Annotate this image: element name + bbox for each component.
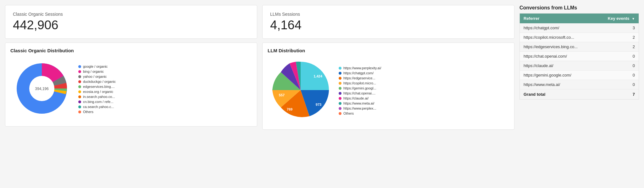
legend-dot [339, 112, 341, 115]
left-column: Classic Organic Sessions 442,906 Classic… [5, 5, 257, 127]
table-row: https://chatgpt.com/3 [520, 23, 639, 33]
legend-dot [78, 80, 81, 83]
middle-column: LLMs Sessions 4,164 LLM Distribution [262, 5, 514, 130]
classic-sessions-card: Classic Organic Sessions 442,906 [5, 5, 257, 39]
sort-arrow-icon[interactable]: ▼ [632, 17, 635, 20]
grand-total-row: Grand total 7 [520, 89, 639, 100]
legend-item: https://chat.openai.... [339, 91, 381, 95]
classic-distribution-card: Classic Organic Distribution [5, 43, 257, 127]
legend-label: https://edgeservice... [343, 76, 375, 80]
table-row: https://copilot.microsoft.co...2 [520, 33, 639, 42]
llm-sessions-label: LLMs Sessions [270, 12, 507, 17]
classic-sessions-value: 442,906 [13, 18, 249, 32]
legend-item: https://www.meta.ai/ [339, 101, 381, 105]
grand-total-label: Grand total [520, 89, 596, 100]
table-row: https://www.meta.ai/0 [520, 80, 639, 89]
llm-sessions-card: LLMs Sessions 4,164 [262, 5, 514, 39]
dashboard: Classic Organic Sessions 442,906 Classic… [5, 5, 639, 130]
legend-item: in.search.yahoo.co... [78, 95, 116, 99]
legend-item: ca.search.yahoo.c... [78, 105, 116, 109]
referrer-cell: https://www.meta.ai/ [520, 80, 596, 89]
legend-dot [78, 70, 81, 73]
legend-item: Others [339, 111, 381, 115]
legend-label: https://chat.openai.... [343, 91, 375, 95]
legend-label: in.search.yahoo.co... [83, 95, 115, 99]
conversions-table: Referrer Key events ▼ https://chatgpt.co… [519, 13, 639, 100]
col-events-label: Key events [608, 16, 630, 21]
legend-dot [339, 87, 341, 90]
legend-item: duckduckgo / organic [78, 80, 116, 83]
llm-chart-title: LLM Distribution [268, 48, 509, 53]
legend-item: https://claude.ai/ [339, 96, 381, 100]
events-cell: 0 [596, 80, 639, 89]
legend-dot [339, 107, 341, 110]
legend-label: https://www.perplex... [343, 106, 376, 110]
legend-label: cn.bing.com / refe... [83, 100, 114, 104]
legend-label: edgeservices.bing.... [83, 85, 115, 88]
legend-item: yahoo / organic [78, 75, 116, 78]
referrer-cell: https://chat.openai.com/ [520, 52, 596, 61]
events-cell: 0 [596, 52, 639, 61]
referrer-cell: https://edgeservices.bing.co... [520, 42, 596, 52]
right-column: Conversions from LLMs Referrer Key event… [519, 5, 639, 100]
legend-item: https://edgeservice... [339, 76, 381, 80]
legend-label: ca.search.yahoo.c... [83, 105, 114, 109]
llm-label-557: 557 [279, 93, 285, 97]
legend-dot [339, 97, 341, 100]
legend-item: https://www.perplexity.ai/ [339, 66, 381, 70]
legend-item: https://gemini.googl... [339, 86, 381, 90]
legend-label: Others [343, 111, 354, 115]
legend-label: https://www.perplexity.ai/ [343, 66, 381, 70]
legend-dot [339, 72, 341, 75]
referrer-cell: https://copilot.microsoft.co... [520, 33, 596, 42]
llm-sessions-value: 4,164 [270, 18, 507, 32]
legend-dot [339, 92, 341, 95]
table-row: https://edgeservices.bing.co...2 [520, 42, 639, 52]
legend-dot [78, 95, 81, 98]
legend-dot [78, 65, 81, 68]
classic-legend: google / organicbing / organicyahoo / or… [78, 65, 116, 114]
llm-legend: https://www.perplexity.ai/https://chatgp… [339, 66, 381, 115]
llm-distribution-card: LLM Distribution [262, 43, 514, 130]
legend-item: https://www.perplex... [339, 106, 381, 110]
legend-label: https://gemini.googl... [343, 86, 376, 90]
classic-pie-container: 394,196 [10, 57, 73, 121]
llm-label-1424: 1,424 [314, 74, 322, 78]
table-row: https://chat.openai.com/0 [520, 52, 639, 61]
legend-item: Others [78, 110, 116, 114]
llm-label-769: 769 [287, 107, 292, 111]
legend-dot [78, 90, 81, 93]
llm-pie-container: 1,424 973 769 557 [268, 57, 334, 124]
events-cell: 0 [596, 61, 639, 71]
classic-chart-area: 394,196 google / organicbing / organicya… [10, 57, 252, 121]
legend-label: Others [83, 110, 93, 114]
grand-total-value: 7 [596, 89, 639, 100]
legend-dot [78, 85, 81, 88]
legend-dot [339, 102, 341, 105]
legend-item: https://copilot.micro... [339, 81, 381, 85]
events-cell: 2 [596, 42, 639, 52]
legend-label: yahoo / organic [83, 75, 107, 78]
conversions-title: Conversions from LLMs [519, 5, 639, 11]
referrer-cell: https://gemini.google.com/ [520, 71, 596, 80]
legend-dot [78, 75, 81, 78]
table-row: https://claude.ai/0 [520, 61, 639, 71]
classic-pie-chart: 394,196 [10, 57, 73, 120]
col-referrer: Referrer [520, 14, 596, 24]
table-body: https://chatgpt.com/3https://copilot.mic… [520, 23, 639, 89]
llm-pie-chart: 1,424 973 769 557 [268, 57, 334, 123]
legend-item: google / organic [78, 65, 116, 68]
legend-dot [78, 111, 81, 113]
col-events: Key events ▼ [596, 14, 639, 24]
referrer-cell: https://chatgpt.com/ [520, 23, 596, 33]
classic-chart-title: Classic Organic Distribution [10, 48, 252, 53]
classic-sessions-label: Classic Organic Sessions [13, 12, 249, 17]
referrer-cell: https://claude.ai/ [520, 61, 596, 71]
legend-label: duckduckgo / organic [83, 80, 116, 83]
legend-label: ecosia.org / organic [83, 90, 113, 94]
legend-item: cn.bing.com / refe... [78, 100, 116, 104]
table-header-row: Referrer Key events ▼ [520, 14, 639, 24]
events-cell: 3 [596, 23, 639, 33]
llm-label-973: 973 [316, 103, 321, 106]
legend-dot [339, 77, 341, 80]
